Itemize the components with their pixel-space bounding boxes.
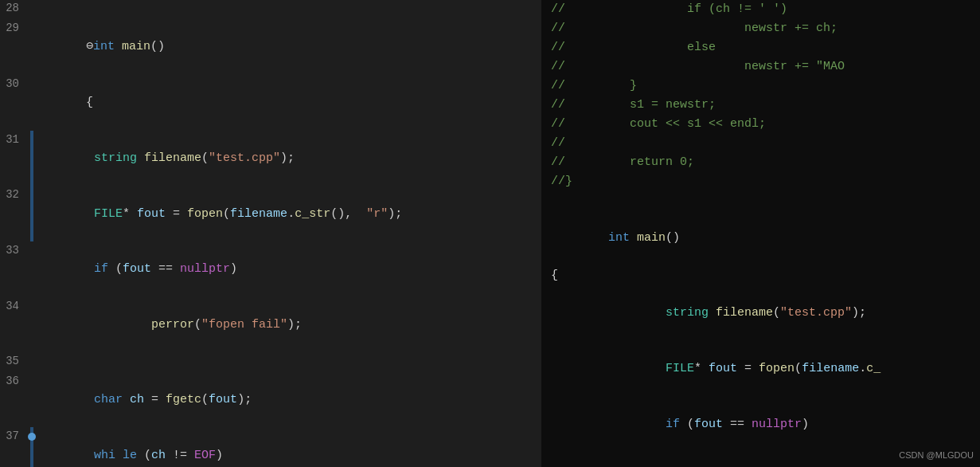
line-num-37: 37 (0, 428, 25, 445)
right-comment-6: // s1 = newstr; (548, 96, 980, 115)
indicator-bar-32 (30, 186, 33, 241)
left-code-lines: 28 29 ⊖int main() 30 { 31 string filenam… (0, 0, 541, 467)
line-num-36: 36 (0, 373, 25, 390)
code-line-36: 36 char ch = fgetc(fout); (0, 372, 541, 428)
right-comment-10: //} (548, 172, 980, 191)
right-main-content: int main() (548, 210, 980, 266)
right-code-lines: // if (ch != ' ') // newstr += ch; // el… (548, 0, 980, 467)
right-comment-content-4: // newstr += "MAO (548, 57, 980, 76)
right-filename: string filename("test.cpp"); (548, 285, 980, 341)
right-filename-content: string filename("test.cpp"); (548, 285, 980, 341)
right-comment-content-3: // else (548, 38, 980, 57)
code-line-30: 30 { (0, 75, 541, 131)
line-num-29: 29 (0, 20, 25, 37)
line-content-32: FILE* fout = fopen(filename.c_str(), "r"… (25, 186, 541, 241)
code-line-34: 34 perror("fopen fail"); (0, 297, 541, 353)
line-content-34: perror("fopen fail"); (25, 297, 541, 353)
right-if-nullptr: if (fout == nullptr) (548, 396, 980, 452)
indicator-bar-31 (30, 131, 33, 186)
code-line-32: 32 FILE* fout = fopen(filename.c_str(), … (0, 186, 541, 241)
right-comment-content-5: // } (548, 77, 980, 95)
code-line-35: 35 (0, 353, 541, 372)
right-comment-7: // cout << s1 << endl; (548, 115, 980, 134)
right-if-nullptr-content: if (fout == nullptr) (548, 396, 980, 452)
right-fopen-content: FILE* fout = fopen(filename.c_ (548, 341, 980, 397)
right-comment-5: // } (548, 77, 980, 96)
right-empty-1 (548, 191, 980, 210)
right-open-brace: { (548, 266, 980, 285)
right-comment-content-7: // cout << s1 << endl; (548, 115, 980, 133)
right-comment-content-2: // newstr += ch; (548, 19, 980, 37)
right-comment-9: // return 0; (548, 153, 980, 172)
right-comment-content-10: //} (548, 172, 980, 190)
line-content-30: { (25, 75, 541, 131)
right-comment-content-6: // s1 = newstr; (548, 96, 980, 114)
line-num-30: 30 (0, 76, 25, 93)
right-comment-2: // newstr += ch; (548, 19, 980, 38)
line-content-36: char ch = fgetc(fout); (25, 372, 541, 428)
code-line-28: 28 (0, 0, 541, 19)
right-comment-content-1: // if (ch != ' ') (548, 0, 980, 18)
code-line-37: 37 whi le (ch != EOF) (0, 427, 541, 467)
left-code-panel: 28 29 ⊖int main() 30 { 31 string filenam… (0, 0, 541, 467)
line-num-33: 33 (0, 242, 25, 260)
code-line-31: 31 string filename("test.cpp"); (0, 131, 541, 186)
line-num-28: 28 (0, 0, 25, 18)
right-comment-content-9: // return 0; (548, 153, 980, 171)
line-content-33: if (fout == nullptr) (25, 241, 541, 297)
code-line-29: 29 ⊖int main() (0, 19, 541, 75)
watermark: CSDN @MLGDOU (899, 449, 974, 462)
right-main-decl: int main() (548, 210, 980, 266)
line-num-34: 34 (0, 298, 25, 316)
code-line-33: 33 if (fout == nullptr) (0, 241, 541, 297)
line-content-37: whi le (ch != EOF) (25, 427, 541, 467)
line-content-29: ⊖int main() (25, 19, 541, 75)
right-comment-content-8: // (548, 134, 980, 152)
line-num-32: 32 (0, 186, 25, 204)
right-comment-1: // if (ch != ' ') (548, 0, 980, 19)
line-num-31: 31 (0, 131, 25, 149)
right-fopen: FILE* fout = fopen(filename.c_ (548, 341, 980, 397)
line-num-35: 35 (0, 353, 25, 371)
collapse-icon: ⊖ (86, 40, 93, 53)
right-comment-8: // (548, 134, 980, 153)
right-code-panel: // if (ch != ' ') // newstr += ch; // el… (541, 0, 980, 467)
right-comment-3: // else (548, 38, 980, 57)
right-open-brace-content: { (548, 266, 980, 285)
line-content-31: string filename("test.cpp"); (25, 131, 541, 186)
right-comment-4: // newstr += "MAO (548, 57, 980, 77)
